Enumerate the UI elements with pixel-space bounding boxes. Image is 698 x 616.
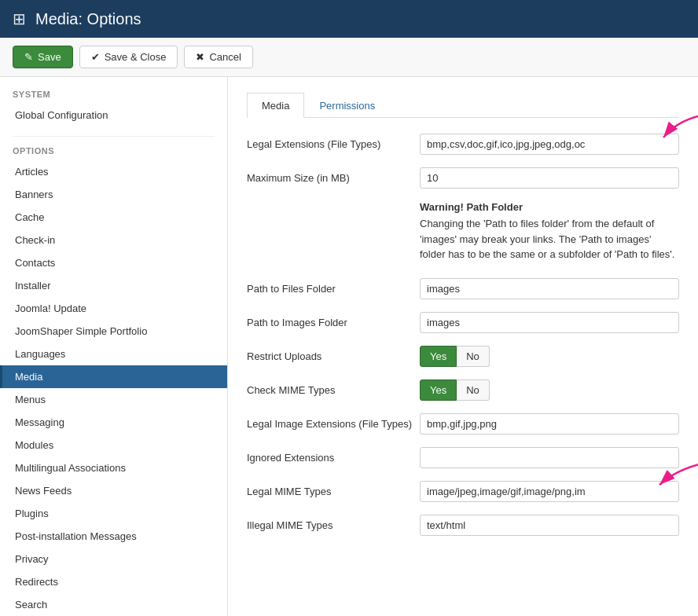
save-icon: ✎ (24, 51, 33, 63)
cancel-icon: ✖ (196, 51, 204, 63)
sidebar-item-joomla-update[interactable]: Joomla! Update (0, 297, 227, 320)
max-size-label: Maximum Size (in MB) (247, 167, 420, 184)
warning-title: Warning! Path Folder (420, 201, 679, 213)
sidebar-item-redirects[interactable]: Redirects (0, 570, 227, 593)
main-layout: SYSTEM Global Configuration OPTIONS Arti… (0, 77, 698, 616)
sidebar-item-modules[interactable]: Modules (0, 434, 227, 456)
check-mime-toggle: Yes No (420, 380, 490, 401)
sidebar-divider (13, 136, 215, 137)
sidebar-item-privacy[interactable]: Privacy (0, 548, 227, 570)
path-images-group: Path to Images Folder (247, 312, 679, 333)
sidebar-item-joomshaper[interactable]: JoomShaper Simple Portfolio (0, 320, 227, 343)
illegal-mime-input[interactable] (420, 515, 679, 536)
path-images-label: Path to Images Folder (247, 312, 420, 328)
toolbar: ✎ Save ✔ Save & Close ✖ Cancel (0, 38, 698, 77)
tab-media[interactable]: Media (247, 93, 304, 118)
sidebar-item-post-installation[interactable]: Post-installation Messages (0, 525, 227, 548)
max-size-input[interactable] (420, 167, 679, 189)
restrict-uploads-label: Restrict Uploads (247, 346, 420, 362)
tab-permissions[interactable]: Permissions (304, 93, 390, 118)
sidebar-item-multilingual[interactable]: Multilingual Associations (0, 456, 227, 479)
path-files-group: Path to Files Folder (247, 278, 679, 299)
sidebar-items: ArticlesBannersCacheCheck-inContactsInst… (0, 160, 227, 616)
legal-image-label: Legal Image Extensions (File Types) (247, 413, 420, 430)
check-mime-yes[interactable]: Yes (420, 380, 457, 401)
sidebar-item-cache[interactable]: Cache (0, 206, 227, 229)
sidebar-item-search[interactable]: Search (0, 593, 227, 616)
content-area: Media Permissions Legal Extensions (File… (228, 77, 698, 616)
path-files-input[interactable] (420, 278, 679, 299)
save-close-button[interactable]: ✔ Save & Close (79, 46, 178, 68)
legal-mime-label: Legal MIME Types (247, 481, 420, 497)
sidebar-item-contacts[interactable]: Contacts (0, 251, 227, 274)
ignored-extensions-label: Ignored Extensions (247, 447, 420, 464)
sidebar-item-banners[interactable]: Banners (0, 183, 227, 206)
ignored-extensions-group: Ignored Extensions (247, 447, 679, 468)
warning-text: Changing the 'Path to files folder' from… (420, 216, 679, 262)
form-container: Legal Extensions (File Types) (247, 134, 679, 536)
page-header: ⊞ Media: Options (0, 0, 698, 38)
max-size-group: Maximum Size (in MB) (247, 167, 679, 189)
check-mime-no[interactable]: No (457, 380, 490, 401)
sidebar-item-messaging[interactable]: Messaging (0, 411, 227, 434)
sidebar-item-plugins[interactable]: Plugins (0, 502, 227, 525)
sidebar-item-check-in[interactable]: Check-in (0, 229, 227, 251)
restrict-uploads-no[interactable]: No (457, 346, 490, 367)
sidebar-item-articles[interactable]: Articles (0, 160, 227, 183)
page-title: Media: Options (35, 10, 141, 28)
tabs-bar: Media Permissions (247, 93, 679, 118)
check-mime-label: Check MIME Types (247, 380, 420, 396)
sidebar-item-media[interactable]: Media (0, 365, 227, 388)
path-files-label: Path to Files Folder (247, 278, 420, 295)
legal-mime-group: Legal MIME Types (247, 481, 679, 502)
check-icon: ✔ (91, 51, 100, 63)
illegal-mime-group: Illegal MIME Types (247, 515, 679, 536)
restrict-uploads-group: Restrict Uploads Yes No (247, 346, 679, 367)
sidebar-item-menus[interactable]: Menus (0, 388, 227, 411)
legal-extensions-group: Legal Extensions (File Types) (247, 134, 679, 155)
sidebar-item-news-feeds[interactable]: News Feeds (0, 479, 227, 502)
options-section-label: OPTIONS (0, 146, 227, 160)
sidebar: SYSTEM Global Configuration OPTIONS Arti… (0, 77, 228, 616)
legal-image-group: Legal Image Extensions (File Types) (247, 413, 679, 434)
media-icon: ⊞ (13, 9, 26, 28)
system-section-label: SYSTEM (0, 90, 227, 104)
save-button[interactable]: ✎ Save (13, 46, 73, 68)
legal-extensions-input[interactable] (420, 134, 679, 155)
cancel-button[interactable]: ✖ Cancel (184, 46, 252, 68)
legal-mime-input[interactable] (420, 481, 679, 502)
sidebar-item-languages[interactable]: Languages (0, 343, 227, 365)
warning-block: Warning! Path Folder Changing the 'Path … (420, 201, 679, 262)
illegal-mime-label: Illegal MIME Types (247, 515, 420, 531)
restrict-uploads-yes[interactable]: Yes (420, 346, 457, 367)
check-mime-group: Check MIME Types Yes No (247, 380, 679, 401)
legal-extensions-label: Legal Extensions (File Types) (247, 134, 420, 150)
legal-image-input[interactable] (420, 413, 679, 434)
sidebar-item-global-configuration[interactable]: Global Configuration (0, 104, 227, 126)
restrict-uploads-toggle: Yes No (420, 346, 490, 367)
sidebar-item-installer[interactable]: Installer (0, 274, 227, 297)
path-images-input[interactable] (420, 312, 679, 333)
ignored-extensions-input[interactable] (420, 447, 679, 468)
